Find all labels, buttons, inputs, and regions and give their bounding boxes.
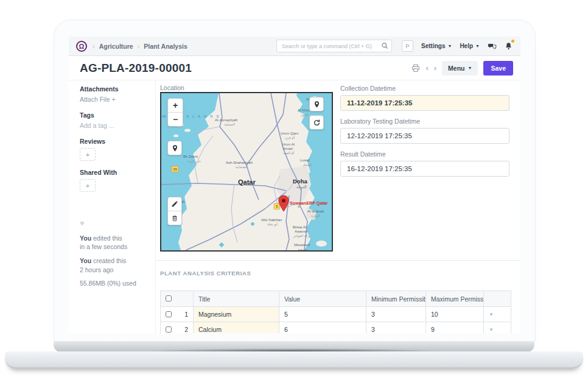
caret-down-icon: ▼ xyxy=(447,44,452,48)
trash-icon xyxy=(171,214,178,222)
laptop-base xyxy=(5,351,583,369)
svg-text:الشحانية: الشحانية xyxy=(236,165,248,169)
prev-doc-icon[interactable]: ‹ xyxy=(425,64,428,72)
map-pin-icon xyxy=(313,100,321,108)
table-header-row: Title Value Minimum Permissib... Maximum… xyxy=(161,291,511,307)
collection-datetime-input[interactable] xyxy=(340,95,509,111)
edited-info: You edited this in a few seconds xyxy=(80,234,149,251)
row-checkbox[interactable] xyxy=(166,311,172,317)
map-label-birkat-al-awamer: Birkat Al xyxy=(293,225,306,229)
column-header-value[interactable]: Value xyxy=(279,291,366,307)
settings-menu[interactable]: Settings ▼ xyxy=(421,43,452,49)
print-icon[interactable] xyxy=(411,64,420,72)
plant-analysis-criteria-table: Title Value Minimum Permissib... Maximum… xyxy=(160,291,511,333)
form-sidebar: Attachments Attach File + Tags Add a tag… xyxy=(69,80,156,333)
add-review-button[interactable]: + xyxy=(80,148,96,161)
result-datetime-label: Result Datetime xyxy=(340,150,509,158)
add-share-button[interactable]: + xyxy=(80,179,96,192)
map-marker-label: SowaanERP Qatar xyxy=(290,200,328,206)
collection-datetime-label: Collection Datetime xyxy=(340,85,509,92)
map-draw-toolbar xyxy=(167,197,182,225)
menu-label: Menu xyxy=(448,65,464,72)
collection-datetime-field: Collection Datetime xyxy=(340,85,509,111)
next-doc-icon[interactable]: › xyxy=(434,64,436,72)
title-actions: ‹ › Menu ▼ Save xyxy=(411,61,513,76)
save-label: Save xyxy=(491,65,506,72)
table-row[interactable]: 1 Magnesium 5 3 10 ▼ xyxy=(161,307,511,322)
row-expand-caret-icon[interactable]: ▼ xyxy=(484,307,511,322)
notification-dot xyxy=(511,40,514,43)
help-menu[interactable]: Help ▼ xyxy=(460,43,480,49)
chevron-right-icon: › xyxy=(138,43,140,50)
section-divider xyxy=(156,260,520,261)
cell-max[interactable]: 9 xyxy=(426,322,484,334)
search-input[interactable] xyxy=(276,40,392,52)
map-zoom-out-button[interactable]: − xyxy=(168,113,183,126)
column-header-max[interactable]: Maximum Permissi... xyxy=(426,291,484,307)
laptop-hinge xyxy=(54,341,534,352)
laboratory-datetime-field: Laboratory Testing Datetime xyxy=(340,118,509,144)
row-expand-caret-icon[interactable]: ▼ xyxy=(484,322,511,334)
row-checkbox[interactable] xyxy=(166,326,172,333)
cell-value[interactable]: 5 xyxy=(279,307,366,322)
map-label-bir-zekrit: Bir Zekrit xyxy=(183,155,198,158)
content-area: Attachments Attach File + Tags Add a tag… xyxy=(69,80,520,333)
erp-app-window: Ω › Agriculture › Plant Analysis xyxy=(69,37,520,333)
row-index: 2 xyxy=(184,326,188,333)
help-label: Help xyxy=(460,43,473,49)
breadcrumb-agriculture[interactable]: Agriculture xyxy=(99,43,133,50)
svg-text:أم العمد: أم العمد xyxy=(283,150,295,155)
map-locate-button[interactable] xyxy=(167,141,182,155)
location-map[interactable]: H A W A R I S L A N D S Al-Jumayliyah ال… xyxy=(160,92,333,252)
search-icon xyxy=(381,42,388,49)
route-shield-5: 5 xyxy=(274,203,280,210)
map-canvas: H A W A R I S L A N D S Al-Jumayliyah ال… xyxy=(161,93,332,250)
brand-logo-icon[interactable]: Ω xyxy=(76,41,87,52)
notifications-bell[interactable] xyxy=(505,41,513,51)
add-tag-input[interactable]: Add a tag ... xyxy=(80,122,149,129)
cell-title[interactable]: Calcium xyxy=(194,322,279,334)
laptop-bezel: Ω › Agriculture › Plant Analysis xyxy=(54,19,536,342)
chat-icon[interactable] xyxy=(488,42,497,51)
cell-value[interactable]: 6 xyxy=(279,322,366,334)
user-avatar[interactable]: P xyxy=(402,40,413,52)
laboratory-datetime-input[interactable] xyxy=(340,128,509,144)
svg-text:الجميلية: الجميلية xyxy=(224,122,235,126)
cell-min[interactable]: 3 xyxy=(366,307,426,322)
bell-icon xyxy=(505,41,513,51)
route-shield-39: 39 xyxy=(172,166,178,172)
column-header-title[interactable]: Title xyxy=(194,291,279,307)
tags-heading: Tags xyxy=(80,111,149,119)
map-label-umm-qarn: Umm Qarn xyxy=(281,132,298,135)
map-pin-icon xyxy=(171,144,179,152)
map-label-al-wakrah: Al Wakrah xyxy=(307,210,324,213)
cell-max[interactable]: 10 xyxy=(426,307,484,322)
column-header-min[interactable]: Minimum Permissib... xyxy=(366,291,426,307)
svg-text:Amad: Amad xyxy=(283,147,293,150)
like-heart-icon[interactable]: ♥ xyxy=(80,219,149,228)
refresh-icon xyxy=(313,119,321,127)
page: Ω › Agriculture › Plant Analysis xyxy=(0,0,588,377)
cell-title[interactable]: Magnesium xyxy=(194,307,279,322)
map-edit-button[interactable] xyxy=(168,197,181,211)
breadcrumb-plant-analysis[interactable]: Plant Analysis xyxy=(144,43,187,50)
select-all-checkbox[interactable] xyxy=(166,295,172,301)
navbar: Ω › Agriculture › Plant Analysis xyxy=(69,37,520,56)
map-set-location-button[interactable] xyxy=(309,97,324,111)
title-bar: AG-PLA-2019-00001 ‹ › Menu ▼ xyxy=(69,56,520,80)
map-zoom-control: + − xyxy=(167,98,183,127)
svg-text:الوكرة: الوكرة xyxy=(311,214,320,218)
created-info: You created this 2 hours ago xyxy=(80,256,149,273)
settings-label: Settings xyxy=(421,43,445,49)
svg-text:أبو نخلة: أبو نخلة xyxy=(267,222,278,227)
save-button[interactable]: Save xyxy=(483,61,513,76)
map-delete-button[interactable] xyxy=(168,211,181,225)
attach-file-link[interactable]: Attach File + xyxy=(80,96,149,103)
result-datetime-input[interactable] xyxy=(340,161,509,177)
map-zoom-in-button[interactable]: + xyxy=(168,99,183,113)
map-refresh-button[interactable] xyxy=(309,115,324,130)
table-row[interactable]: 2 Calcium 6 3 9 ▼ xyxy=(161,322,511,334)
cell-min[interactable]: 3 xyxy=(366,322,426,334)
shared-with-heading: Shared With xyxy=(80,169,149,176)
menu-button[interactable]: Menu ▼ xyxy=(442,61,478,76)
